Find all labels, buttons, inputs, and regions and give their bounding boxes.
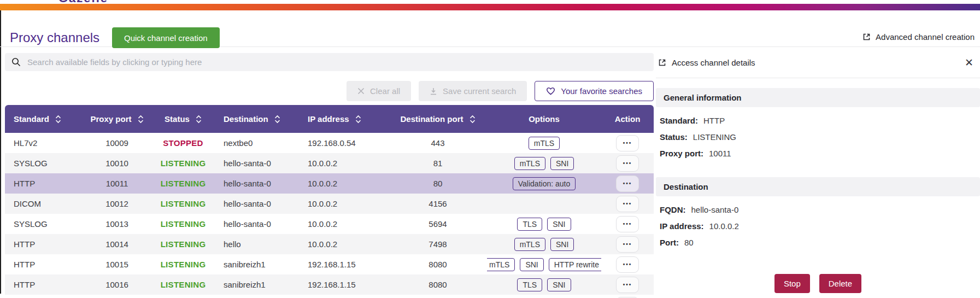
section-header-destination: Destination	[656, 177, 980, 196]
cell-status: LISTENING	[152, 260, 214, 269]
table-row[interactable]: HTTP10011LISTENINGhello-santa-010.0.0.28…	[5, 173, 654, 194]
brand-gradient-bar	[0, 4, 980, 10]
row-actions-button[interactable]: •••	[616, 155, 639, 172]
table-row[interactable]: HTTP10016LISTENINGsanibreizh1192.168.1.1…	[5, 274, 654, 295]
col-header-label: Status	[165, 114, 190, 124]
sort-icon[interactable]	[355, 115, 361, 124]
detail-field-status-: Status:LISTENING	[660, 132, 980, 142]
sort-icon[interactable]	[274, 115, 280, 124]
cell-action: •••	[601, 216, 654, 232]
field-label: Port:	[660, 238, 679, 247]
clear-all-button[interactable]: Clear all	[347, 81, 411, 101]
option-chip-sni: SNI	[550, 157, 574, 170]
details-actions: Stop Delete	[656, 274, 980, 293]
cell-destination: hello	[214, 239, 296, 249]
row-actions-button[interactable]: •••	[616, 196, 639, 212]
col-header-label: Action	[615, 114, 641, 124]
details-sections: General informationStandard:HTTPStatus:L…	[656, 88, 980, 256]
cell-action: •••	[601, 256, 654, 273]
quick-channel-creation-button[interactable]: Quick channel creation	[112, 27, 220, 48]
cell-options: mTLSSNIHTTP rewrite	[487, 258, 601, 271]
status-badge: LISTENING	[161, 159, 206, 168]
table-row[interactable]: DICOM10012LISTENINGhello-santa-010.0.0.2…	[5, 194, 654, 214]
cell-proxy-port: 10009	[81, 138, 152, 148]
col-header-status[interactable]: Status	[152, 114, 214, 124]
search-input[interactable]	[27, 57, 647, 67]
cell-proxy-port: 10011	[81, 179, 152, 188]
field-label: Standard:	[660, 116, 698, 125]
cell-destination: sanibreizh1	[214, 280, 296, 289]
window-left-border	[0, 10, 1, 294]
row-actions-button[interactable]: •••	[616, 236, 639, 253]
col-header-label: Standard	[14, 114, 49, 124]
cell-destination-port: 5694	[389, 219, 487, 229]
advanced-channel-creation-link[interactable]: Advanced channel creation	[862, 32, 975, 42]
cell-destination-port: 443	[389, 138, 487, 148]
cell-options: mTLS	[487, 137, 601, 150]
stop-button[interactable]: Stop	[774, 274, 810, 293]
row-actions-button[interactable]: •••	[616, 216, 639, 232]
detail-field-ip-address-: IP address:10.0.0.2	[660, 221, 980, 231]
status-badge: LISTENING	[161, 199, 206, 208]
cell-proxy-port: 10015	[81, 260, 152, 269]
cell-destination-port: 7498	[389, 239, 487, 249]
cell-destination-port: 8080	[389, 280, 487, 289]
delete-button[interactable]: Delete	[819, 274, 861, 293]
option-chip-sni: SNI	[520, 258, 543, 271]
col-header-ip-address[interactable]: IP address	[296, 114, 389, 124]
save-current-search-button[interactable]: Save current search	[419, 81, 527, 101]
search-toolbar: Clear all Save current search Your favor…	[5, 81, 654, 101]
close-icon[interactable]: ✕	[965, 57, 978, 68]
cell-destination-port: 81	[389, 159, 487, 168]
details-panel-title: Access channel details	[672, 58, 755, 67]
table-row[interactable]: HL7v210009STOPPEDnextbe0192.168.0.54443m…	[5, 133, 654, 153]
col-header-label: IP address	[308, 114, 349, 124]
table-body: HL7v210009STOPPEDnextbe0192.168.0.54443m…	[5, 133, 654, 295]
cell-destination-port: 80	[389, 179, 487, 188]
clear-all-label: Clear all	[370, 86, 400, 96]
cell-options: TLSSNI	[487, 218, 601, 231]
table-row[interactable]: SYSLOG10010LISTENINGhello-santa-010.0.0.…	[5, 153, 654, 173]
row-actions-button[interactable]: •••	[616, 277, 639, 293]
table-row[interactable]: HTTP10015LISTENINGsanibreizh1192.168.1.1…	[5, 254, 654, 274]
cell-action: •••	[601, 135, 654, 151]
cell-status: STOPPED	[152, 138, 214, 148]
row-actions-button[interactable]: •••	[616, 135, 639, 151]
col-header-proxy-port[interactable]: Proxy port	[81, 114, 152, 124]
proxy-channels-page: Gazelle Proxy channels Quick channel cre…	[0, 0, 980, 298]
status-badge: LISTENING	[161, 179, 206, 188]
cell-ip-address: 10.0.0.2	[296, 159, 389, 168]
table-row[interactable]: SYSLOG10013LISTENINGhello-santa-010.0.0.…	[5, 214, 654, 234]
col-header-destination[interactable]: Destination	[214, 114, 296, 124]
detail-field-proxy-port-: Proxy port:10011	[660, 149, 980, 158]
cell-destination-port: 4156	[389, 199, 487, 208]
cell-destination: hello-santa-0	[214, 199, 296, 208]
col-header-action: Action	[601, 114, 654, 124]
row-actions-button[interactable]: •••	[616, 176, 639, 192]
sort-icon[interactable]	[470, 115, 476, 124]
cell-ip-address: 10.0.0.2	[296, 219, 389, 229]
status-badge: LISTENING	[161, 239, 206, 249]
col-header-destination-port[interactable]: Destination port	[389, 114, 487, 124]
page-title: Proxy channels	[10, 30, 99, 45]
detail-field-standard-: Standard:HTTP	[660, 116, 980, 125]
table-row[interactable]: HTTP10014LISTENINGhello10.0.0.27498mTLSS…	[5, 234, 654, 254]
col-header-options: Options	[487, 114, 601, 124]
search-icon	[11, 57, 21, 67]
search-bar[interactable]	[5, 53, 654, 71]
field-value: 10.0.0.2	[709, 221, 739, 231]
cell-standard: HTTP	[5, 260, 81, 269]
field-value: LISTENING	[693, 132, 736, 142]
cell-status: LISTENING	[152, 239, 214, 249]
detail-field-port-: Port:80	[660, 238, 980, 247]
sort-icon[interactable]	[138, 115, 144, 124]
option-chip-mtls: mTLS	[529, 137, 560, 150]
sort-icon[interactable]	[196, 115, 202, 124]
table-row-partial[interactable]: •••	[5, 295, 654, 298]
detail-field-fqdn-: FQDN:hello-santa-0	[660, 205, 980, 214]
sort-icon[interactable]	[55, 115, 61, 124]
favorite-searches-button[interactable]: Your favorite searches	[535, 81, 654, 101]
col-header-standard[interactable]: Standard	[5, 114, 81, 124]
cell-proxy-port: 10013	[81, 219, 152, 229]
row-actions-button[interactable]: •••	[616, 256, 639, 273]
